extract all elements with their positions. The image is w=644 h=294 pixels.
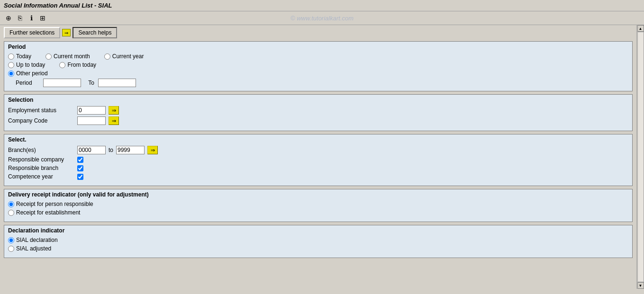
tab-row: Further selections ⇒ Search helps xyxy=(4,27,633,38)
radio-sial-declaration-input[interactable] xyxy=(8,237,14,243)
declaration-radio-group-2: SIAL adjusted xyxy=(8,245,628,252)
employment-status-label: Employment status xyxy=(8,107,74,114)
radio-receipt-person-input[interactable] xyxy=(8,201,14,207)
period-to-label: To xyxy=(85,80,94,86)
company-code-row: Company Code ⇒ xyxy=(8,116,628,125)
employment-status-row: Employment status ⇒ xyxy=(8,106,628,115)
branches-label: Branch(es) xyxy=(8,147,74,153)
company-code-label: Company Code xyxy=(8,117,74,124)
period-radio-group-2: Up to today From today xyxy=(8,62,628,68)
radio-current-month[interactable]: Current month xyxy=(45,53,90,60)
period-from-label: Period xyxy=(16,80,39,86)
period-input-row: Period To xyxy=(16,79,628,87)
responsible-company-checkbox[interactable] xyxy=(77,157,83,163)
radio-today-input[interactable] xyxy=(8,53,14,60)
period-radio-group-3: Other period xyxy=(8,70,628,77)
tab-arrow-icon: ⇒ xyxy=(62,29,71,36)
branches-to-input[interactable] xyxy=(116,146,145,154)
radio-up-to-today-input[interactable] xyxy=(8,62,14,68)
radio-current-year[interactable]: Current year xyxy=(104,53,144,60)
delivery-title: Delivery receipt indicator (only valid f… xyxy=(8,191,628,198)
branches-to-label: to xyxy=(109,147,113,153)
competence-year-label: Competence year xyxy=(8,173,74,180)
content-area: Further selections ⇒ Search helps Period… xyxy=(0,25,636,289)
watermark: © www.tutorialkart.com xyxy=(290,15,354,22)
toolbar-icon-3[interactable]: ℹ xyxy=(27,13,36,23)
radio-up-to-today[interactable]: Up to today xyxy=(8,62,45,68)
radio-other-period[interactable]: Other period xyxy=(8,70,48,77)
declaration-radio-group: SIAL declaration xyxy=(8,237,628,243)
employment-status-arrow[interactable]: ⇒ xyxy=(109,106,119,115)
scroll-down-btn[interactable]: ▼ xyxy=(637,282,644,289)
branches-row: Branch(es) to ⇒ xyxy=(8,146,628,154)
radio-receipt-establishment[interactable]: Receipt for establishment xyxy=(8,209,80,216)
radio-other-period-input[interactable] xyxy=(8,71,14,77)
select-title: Select. xyxy=(8,136,628,143)
declaration-section: Declaration indicator SIAL declaration S… xyxy=(4,225,633,258)
responsible-branch-checkbox[interactable] xyxy=(77,165,83,171)
toolbar-icon-4[interactable]: ⊞ xyxy=(38,13,47,23)
toolbar: ⊕ ⎘ ℹ ⊞ © www.tutorialkart.com xyxy=(0,11,644,25)
radio-current-month-input[interactable] xyxy=(45,53,52,60)
responsible-branch-label: Responsible branch xyxy=(8,165,74,171)
declaration-title: Declaration indicator xyxy=(8,227,628,234)
select-section: Select. Branch(es) to ⇒ Responsible comp… xyxy=(4,134,633,186)
employment-status-input[interactable] xyxy=(77,106,106,115)
title-bar: Social Information Annual List - SIAL xyxy=(0,0,644,11)
branches-from-input[interactable] xyxy=(77,146,106,154)
radio-sial-declaration[interactable]: SIAL declaration xyxy=(8,237,58,243)
search-helps-tab[interactable]: Search helps xyxy=(73,27,117,38)
competence-year-checkbox[interactable] xyxy=(77,174,83,180)
delivery-section: Delivery receipt indicator (only valid f… xyxy=(4,189,633,222)
radio-from-today[interactable]: From today xyxy=(59,62,96,68)
delivery-radio-group-2: Receipt for establishment xyxy=(8,209,628,216)
further-selections-tab[interactable]: Further selections xyxy=(4,27,60,38)
branches-arrow[interactable]: ⇒ xyxy=(147,146,158,154)
period-section: Period Today Current month Current year xyxy=(4,41,633,91)
period-radio-group: Today Current month Current year xyxy=(8,53,628,60)
radio-receipt-establishment-input[interactable] xyxy=(8,210,14,216)
company-code-arrow[interactable]: ⇒ xyxy=(109,116,119,125)
radio-sial-adjusted-input[interactable] xyxy=(8,246,14,252)
selection-title: Selection xyxy=(8,97,628,103)
company-code-input[interactable] xyxy=(77,116,106,125)
period-from-input[interactable] xyxy=(43,79,81,87)
selection-section: Selection Employment status ⇒ Company Co… xyxy=(4,94,633,131)
toolbar-icon-1[interactable]: ⊕ xyxy=(4,13,13,23)
delivery-radio-group: Receipt for person responsible xyxy=(8,201,628,207)
responsible-company-label: Responsible company xyxy=(8,156,74,163)
scroll-up-btn[interactable]: ▲ xyxy=(637,25,644,32)
responsible-company-row: Responsible company xyxy=(8,156,628,163)
period-to-input[interactable] xyxy=(98,79,136,87)
scroll-track[interactable] xyxy=(637,32,644,282)
responsible-branch-row: Responsible branch xyxy=(8,165,628,171)
period-title: Period xyxy=(8,44,628,50)
radio-receipt-person[interactable]: Receipt for person responsible xyxy=(8,201,93,207)
toolbar-icon-2[interactable]: ⎘ xyxy=(15,13,25,23)
window-title: Social Information Annual List - SIAL xyxy=(4,2,112,9)
radio-current-year-input[interactable] xyxy=(104,53,110,60)
scrollbar-right: ▲ ▼ xyxy=(636,25,644,289)
radio-from-today-input[interactable] xyxy=(59,62,65,68)
competence-year-row: Competence year xyxy=(8,173,628,180)
main-area: Further selections ⇒ Search helps Period… xyxy=(0,25,644,289)
radio-today[interactable]: Today xyxy=(8,53,31,60)
radio-sial-adjusted[interactable]: SIAL adjusted xyxy=(8,245,51,252)
